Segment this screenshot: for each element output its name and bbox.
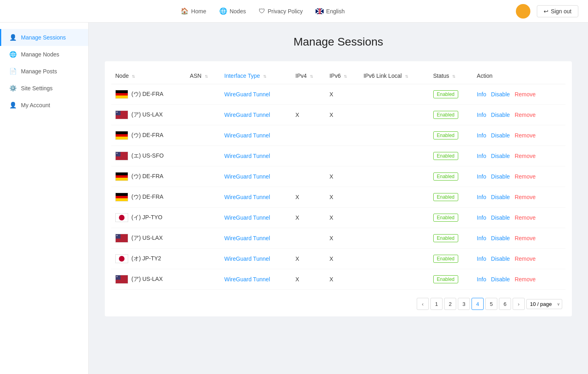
cell-ipv4: X: [291, 249, 325, 269]
action-remove-link[interactable]: Remove: [515, 132, 536, 139]
page-2-button[interactable]: 2: [444, 298, 456, 310]
sidebar-item-manage-posts[interactable]: 📄 Manage Posts: [0, 63, 88, 80]
action-remove-link[interactable]: Remove: [515, 276, 536, 283]
cell-interface-type: WireGuard Tunnel: [220, 125, 292, 146]
page-6-button[interactable]: 6: [499, 298, 511, 310]
action-info-link[interactable]: Info: [477, 235, 486, 241]
nav-privacy-label: Privacy Policy: [268, 8, 303, 15]
status-badge: Enabled: [433, 193, 458, 201]
action-info-link[interactable]: Info: [477, 214, 486, 221]
action-remove-link[interactable]: Remove: [515, 91, 536, 98]
cell-ipv6: [325, 125, 359, 146]
page-size-select[interactable]: 10 / page 20 / page 50 / page: [526, 299, 562, 309]
action-info-link[interactable]: Info: [477, 153, 486, 159]
page-prev-button[interactable]: ‹: [417, 298, 429, 310]
cell-action: Info Disable Remove: [473, 187, 565, 208]
node-name: (オ) JP-TY2: [131, 255, 161, 262]
action-disable-link[interactable]: Disable: [491, 112, 510, 118]
cell-ipv6-link-local: [359, 208, 429, 228]
cell-status: Enabled: [429, 84, 473, 105]
page-next-button[interactable]: ›: [513, 298, 525, 310]
cell-ipv6-link-local: [359, 125, 429, 146]
action-remove-link[interactable]: Remove: [515, 214, 536, 221]
nav-nodes[interactable]: 🌐 Nodes: [219, 7, 246, 15]
action-disable-link[interactable]: Disable: [491, 276, 510, 283]
cell-interface-type: WireGuard Tunnel: [220, 105, 292, 125]
page-title: Manage Sessions: [105, 35, 572, 48]
flag-jp-icon: [115, 213, 128, 222]
action-disable-link[interactable]: Disable: [491, 256, 510, 262]
table-row: (ウ) DE-FRA WireGuard Tunnel X Enabled In…: [111, 84, 565, 105]
cell-node: (ウ) DE-FRA: [111, 84, 186, 105]
sidebar: 👤 Manage Sessions 🌐 Manage Nodes 📄 Manag…: [0, 23, 89, 374]
cell-ipv6: X: [325, 208, 359, 228]
cell-ipv6-link-local: [359, 105, 429, 125]
cell-status: Enabled: [429, 105, 473, 125]
action-info-link[interactable]: Info: [477, 91, 486, 98]
action-disable-link[interactable]: Disable: [491, 153, 510, 159]
status-badge: Enabled: [433, 131, 458, 139]
cell-ipv6: X: [325, 84, 359, 105]
col-interface-type[interactable]: Interface Type ⇅: [220, 68, 292, 84]
cell-status: Enabled: [429, 166, 473, 187]
cell-node: (ア) US-LAX: [111, 228, 186, 249]
action-remove-link[interactable]: Remove: [515, 112, 536, 118]
action-info-link[interactable]: Info: [477, 194, 486, 200]
sidebar-item-my-account[interactable]: 👤 My Account: [0, 97, 88, 114]
nav-home[interactable]: 🏠 Home: [181, 7, 206, 15]
node-name: (ウ) DE-FRA: [131, 193, 163, 201]
cell-action: Info Disable Remove: [473, 125, 565, 146]
cell-status: Enabled: [429, 146, 473, 166]
sign-out-button[interactable]: ↩ Sign out: [537, 5, 578, 17]
col-status[interactable]: Status ⇅: [429, 68, 473, 84]
cell-action: Info Disable Remove: [473, 84, 565, 105]
col-action: Action: [473, 68, 565, 84]
node-name: (ウ) DE-FRA: [131, 132, 163, 139]
cell-node: (エ) US-SFO: [111, 146, 186, 166]
nav-language[interactable]: English: [316, 8, 345, 15]
action-info-link[interactable]: Info: [477, 112, 486, 118]
table-container: Node ⇅ ASN ⇅ Interface Type ⇅ IPv4 ⇅ IPv…: [105, 61, 572, 316]
action-info-link[interactable]: Info: [477, 173, 486, 180]
page-4-button[interactable]: 4: [472, 298, 484, 310]
cell-node: (ウ) DE-FRA: [111, 125, 186, 146]
action-remove-link[interactable]: Remove: [515, 153, 536, 159]
action-remove-link[interactable]: Remove: [515, 194, 536, 200]
action-disable-link[interactable]: Disable: [491, 214, 510, 221]
col-node[interactable]: Node ⇅: [111, 68, 186, 84]
page-3-button[interactable]: 3: [458, 298, 470, 310]
sidebar-label-manage-posts: Manage Posts: [21, 68, 57, 75]
cell-asn: [186, 105, 220, 125]
nav-privacy[interactable]: 🛡 Privacy Policy: [259, 8, 303, 15]
action-info-link[interactable]: Info: [477, 132, 486, 139]
action-info-link[interactable]: Info: [477, 276, 486, 283]
user-avatar[interactable]: [516, 4, 530, 19]
action-disable-link[interactable]: Disable: [491, 194, 510, 200]
action-remove-link[interactable]: Remove: [515, 256, 536, 262]
col-ipv6-link-local[interactable]: IPv6 Link Local ⇅: [359, 68, 429, 84]
action-remove-link[interactable]: Remove: [515, 235, 536, 241]
page-1-button[interactable]: 1: [430, 298, 443, 310]
col-ipv4[interactable]: IPv4 ⇅: [291, 68, 325, 84]
page-5-button[interactable]: 5: [485, 298, 497, 310]
action-remove-link[interactable]: Remove: [515, 173, 536, 180]
status-badge: Enabled: [433, 255, 458, 263]
col-asn[interactable]: ASN ⇅: [186, 68, 220, 84]
action-disable-link[interactable]: Disable: [491, 173, 510, 180]
sidebar-item-manage-sessions[interactable]: 👤 Manage Sessions: [0, 29, 88, 46]
cell-status: Enabled: [429, 125, 473, 146]
cell-interface-type: WireGuard Tunnel: [220, 146, 292, 166]
sidebar-item-manage-nodes[interactable]: 🌐 Manage Nodes: [0, 46, 88, 63]
sidebar-item-site-settings[interactable]: ⚙️ Site Settings: [0, 80, 88, 97]
action-disable-link[interactable]: Disable: [491, 235, 510, 241]
node-name: (ア) US-LAX: [131, 276, 163, 283]
action-info-link[interactable]: Info: [477, 256, 486, 262]
action-disable-link[interactable]: Disable: [491, 132, 510, 139]
action-disable-link[interactable]: Disable: [491, 91, 510, 98]
flag-de-icon: [115, 90, 128, 99]
main-content: Manage Sessions Node ⇅ ASN ⇅ Interface T…: [89, 23, 588, 374]
col-ipv6[interactable]: IPv6 ⇅: [325, 68, 359, 84]
cell-asn: [186, 84, 220, 105]
sidebar-label-manage-nodes: Manage Nodes: [21, 51, 59, 58]
cell-ipv6: X: [325, 187, 359, 208]
